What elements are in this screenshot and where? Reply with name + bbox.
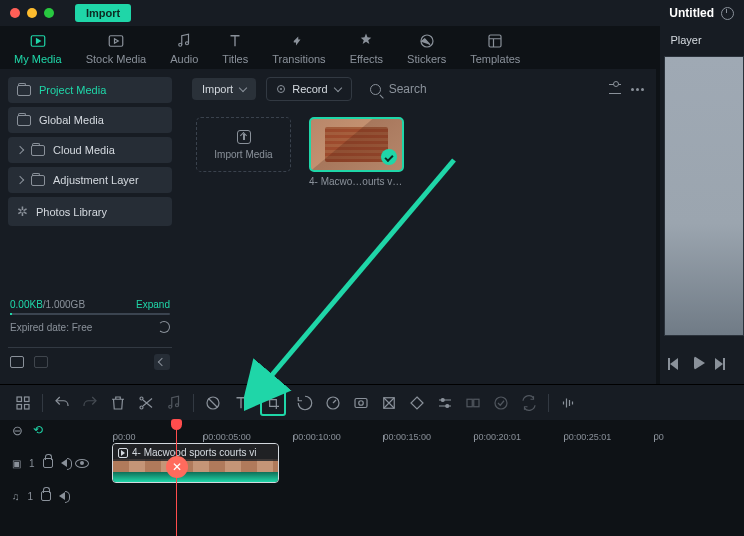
track-number: 1 [29,458,35,469]
music-icon[interactable] [165,394,183,412]
playhead[interactable]: ✕ [176,420,177,536]
svg-point-11 [140,406,143,409]
storage-total: 1.000GB [46,299,85,310]
zoom-out-icon[interactable]: ⊖ [12,423,23,438]
sidebar-item-global-media[interactable]: Global Media [8,107,172,133]
ruler-tick: 00:00:10:00 [293,432,383,442]
audio-track-icon: ♫ [12,491,20,502]
sidebar-item-project-media[interactable]: Project Media [8,77,172,103]
lock-icon[interactable] [41,491,51,501]
svg-rect-21 [467,399,472,407]
tab-stock-media[interactable]: Stock Media [86,32,147,65]
record-dropdown[interactable]: Record [266,77,351,101]
tab-label: Templates [470,53,520,65]
grid-icon[interactable] [14,394,32,412]
marker-icon[interactable] [380,394,398,412]
player-play-button[interactable] [694,356,705,370]
traffic-light-zoom[interactable] [44,8,54,18]
mute-icon[interactable] [61,459,67,467]
expand-link[interactable]: Expand [136,299,170,310]
svg-rect-8 [17,404,22,409]
adjust-icon[interactable] [436,394,454,412]
group-icon[interactable] [464,394,482,412]
tab-label: Stickers [407,53,446,65]
svg-rect-22 [474,399,479,407]
tab-titles[interactable]: Titles [222,32,248,65]
folder-icon [17,115,31,126]
link-icon[interactable]: ⟲ [33,423,43,438]
media-clip[interactable]: 4- Macwo…ourts video [309,117,404,187]
tab-effects[interactable]: Effects [350,32,383,65]
svg-point-10 [140,397,143,400]
tab-my-media[interactable]: My Media [14,32,62,65]
svg-point-19 [441,398,444,401]
video-track-icon: ▣ [12,458,21,469]
history-icon[interactable] [721,7,734,20]
ruler-tick: 00:00:20:01 [474,432,564,442]
player-next-button[interactable] [715,356,731,372]
crop-icon[interactable] [260,390,286,416]
folder-icon [31,175,45,186]
import-button[interactable]: Import [75,4,131,22]
divider [193,394,194,412]
tab-stickers[interactable]: Stickers [407,32,446,65]
new-folder-icon[interactable] [10,356,24,368]
color-icon[interactable] [352,394,370,412]
rotate-icon[interactable] [296,394,314,412]
storage-used: 0.00KB [10,299,43,310]
audio-track-header[interactable]: ♫ 1 [0,491,112,502]
speed-icon[interactable] [324,394,342,412]
tab-label: Audio [170,53,198,65]
sidebar-item-adjustment-layer[interactable]: Adjustment Layer [8,167,172,193]
eye-icon[interactable] [75,459,89,468]
svg-rect-1 [109,36,123,47]
tab-transitions[interactable]: Transitions [272,32,325,65]
search-input[interactable]: Search [362,77,600,101]
traffic-light-close[interactable] [10,8,20,18]
chevron-down-icon [239,84,247,92]
tab-label: Transitions [272,53,325,65]
timeline-clip[interactable]: 4- Macwood sports courts vi [112,443,279,483]
media-thumbnail[interactable] [309,117,404,172]
ruler-tick: 00:00:25:01 [564,432,654,442]
scissor-icon[interactable]: ✕ [166,456,188,478]
clip-title: 4- Macwood sports courts vi [132,447,257,458]
video-track-header[interactable]: ▣ 1 [0,458,112,469]
sidebar-item-photos-library[interactable]: ✲ Photos Library [8,197,172,226]
svg-rect-7 [25,397,30,402]
stickers-icon [416,32,438,50]
tab-templates[interactable]: Templates [470,32,520,65]
player-preview[interactable] [664,56,744,336]
delete-icon[interactable] [109,394,127,412]
mute-icon[interactable] [59,492,65,500]
lock-icon[interactable] [43,458,53,468]
storage-bar [10,313,170,315]
tab-audio[interactable]: Audio [170,32,198,65]
tab-label: My Media [14,53,62,65]
svg-rect-16 [355,398,367,407]
stock-icon [105,32,127,50]
tab-label: Effects [350,53,383,65]
svg-rect-9 [25,404,30,409]
split-icon[interactable] [137,394,155,412]
sidebar-item-cloud-media[interactable]: Cloud Media [8,137,172,163]
traffic-light-minimize[interactable] [27,8,37,18]
check-icon [381,149,397,165]
more-icon[interactable] [631,88,644,91]
auto-icon[interactable] [492,394,510,412]
text-icon[interactable] [232,394,250,412]
filter-icon[interactable] [609,84,621,94]
collapse-sidebar-button[interactable] [154,354,170,370]
disable-icon[interactable] [204,394,222,412]
voiceover-icon[interactable] [559,394,577,412]
import-dropdown[interactable]: Import [192,78,256,100]
import-media-card[interactable]: Import Media [196,117,291,172]
keyframe-icon[interactable] [408,394,426,412]
redo-icon[interactable] [81,394,99,412]
undo-icon[interactable] [53,394,71,412]
divider [42,394,43,412]
replace-icon[interactable] [520,394,538,412]
svg-point-2 [179,43,182,46]
refresh-icon[interactable] [158,321,170,333]
player-prev-button[interactable] [668,356,684,372]
